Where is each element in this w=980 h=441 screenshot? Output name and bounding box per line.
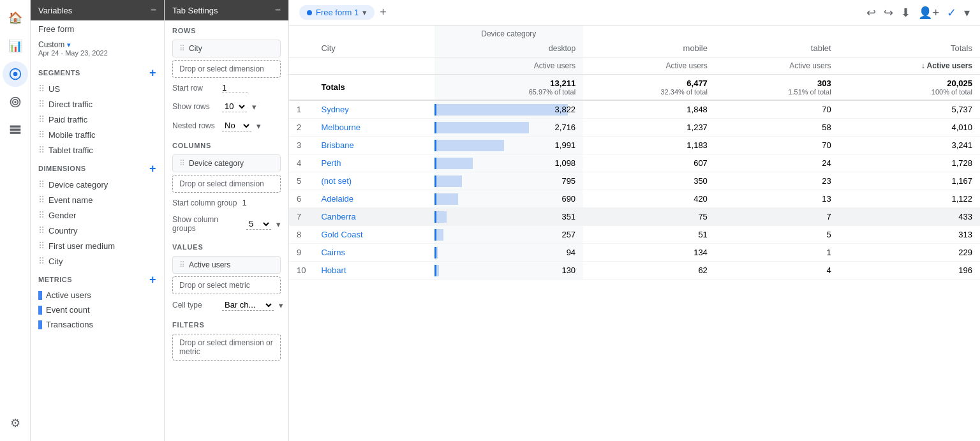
segment-mobile-label: Mobile traffic <box>48 130 95 140</box>
redo-icon[interactable]: ↪ <box>884 6 893 20</box>
drag-handle-icon: ⠿ <box>38 225 45 235</box>
col-tablet-header[interactable]: tablet <box>715 40 839 57</box>
values-active-users-chip[interactable]: ⠿ Active users <box>172 256 281 274</box>
start-column-group-value: 1 <box>242 198 246 207</box>
show-rows-label: Show rows <box>172 102 217 111</box>
total-cell: 1,122 <box>839 190 980 208</box>
table-row: 8 Gold Coast 257 51 5 313 <box>289 226 980 244</box>
show-column-groups-select[interactable]: 5 10 <box>246 218 271 230</box>
total-cell: 313 <box>839 226 980 244</box>
col-totals-header[interactable]: Totals <box>839 40 980 57</box>
add-dimension-btn[interactable]: + <box>149 163 156 174</box>
tab-chevron-icon[interactable]: ▾ <box>362 8 367 17</box>
variables-minimize-btn[interactable]: − <box>151 5 156 15</box>
values-drop-zone[interactable]: Drop or select metric <box>172 276 281 294</box>
cell-type-select[interactable]: Bar ch... Plain text Heat map <box>222 299 274 311</box>
download-icon[interactable]: ⬇ <box>901 6 910 20</box>
city-cell[interactable]: Brisbane <box>313 137 434 154</box>
list-icon[interactable] <box>3 117 28 143</box>
desktop-cell: 3,822 <box>434 100 584 119</box>
columns-device-category-chip[interactable]: ⠿ Device category <box>172 154 281 172</box>
analytics-icon[interactable] <box>3 61 28 87</box>
nested-rows-select[interactable]: No Yes <box>222 120 251 131</box>
desktop-cell: 351 <box>434 208 584 226</box>
show-rows-select[interactable]: 10 25 50 <box>222 101 247 112</box>
city-cell[interactable]: Sydney <box>313 100 434 119</box>
segment-direct-traffic: ⠿ Direct traffic <box>31 96 164 112</box>
row-num-cell: 5 <box>289 172 313 190</box>
add-tab-btn[interactable]: + <box>380 6 387 19</box>
dimension-gender: ⠿ Gender <box>31 207 164 223</box>
columns-chip-label: Device category <box>189 159 244 168</box>
segment-us: ⠿ US <box>31 81 164 96</box>
desktop-cell: 1,991 <box>434 137 584 154</box>
tab-settings-header: Tab Settings − <box>165 0 288 20</box>
share-icon[interactable]: 👤+ <box>918 6 939 20</box>
drag-handle-icon: ⠿ <box>38 145 45 155</box>
row-num-cell: 6 <box>289 190 313 208</box>
tab-settings-title: Tab Settings <box>172 6 218 15</box>
tab-settings-minimize-btn[interactable]: − <box>275 5 281 15</box>
add-segment-btn[interactable]: + <box>149 67 156 78</box>
col-header-totals-top <box>839 26 980 40</box>
dimension-event-label: Event name <box>48 195 93 205</box>
table-row: 9 Cairns 94 134 1 229 <box>289 244 980 262</box>
check-icon[interactable]: ✓ <box>947 6 956 20</box>
dimension-country-label: Country <box>48 226 78 235</box>
row-num-cell: 8 <box>289 226 313 244</box>
total-cell: 196 <box>839 262 980 280</box>
chart-icon[interactable]: 📊 <box>3 33 28 59</box>
segment-mobile-traffic: ⠿ Mobile traffic <box>31 127 164 142</box>
col-totals-metric[interactable]: ↓ Active users <box>839 57 980 75</box>
rows-drop-zone[interactable]: Drop or select dimension <box>172 60 281 78</box>
city-cell[interactable]: Hobart <box>313 262 434 280</box>
columns-drop-zone[interactable]: Drop or select dimension <box>172 175 281 193</box>
variables-panel: Variables − Free form Custom ▾ Apr 24 - … <box>31 0 165 441</box>
tablet-cell: 4 <box>715 262 839 280</box>
add-metric-btn[interactable]: + <box>149 274 156 285</box>
segment-tablet-traffic: ⠿ Tablet traffic <box>31 142 164 158</box>
city-cell[interactable]: Canberra <box>313 208 434 226</box>
more-icon[interactable]: ▾ <box>964 6 970 20</box>
city-cell[interactable]: Cairns <box>313 244 434 262</box>
drag-handle-icon: ⠿ <box>179 44 185 53</box>
dimension-city: ⠿ City <box>31 253 164 269</box>
desktop-cell: 2,716 <box>434 119 584 137</box>
rows-city-chip[interactable]: ⠿ City <box>172 40 281 57</box>
tablet-cell: 13 <box>715 190 839 208</box>
col-num-header <box>289 40 313 57</box>
total-cell: 5,737 <box>839 100 980 119</box>
show-column-groups-row: Show column groups 5 10 ▾ <box>165 211 288 237</box>
mobile-cell: 350 <box>583 172 715 190</box>
svg-rect-5 <box>10 126 20 127</box>
date-custom-label: Custom <box>38 40 64 49</box>
city-cell[interactable]: Adelaide <box>313 190 434 208</box>
city-cell[interactable]: (not set) <box>313 172 434 190</box>
tablet-cell: 24 <box>715 154 839 172</box>
city-cell[interactable]: Melbourne <box>313 119 434 137</box>
col-sub-city <box>313 57 434 75</box>
col-city-header: City <box>313 40 434 57</box>
date-dropdown-btn[interactable]: ▾ <box>67 41 71 49</box>
totals-num-cell <box>289 75 313 101</box>
free-form-tab[interactable]: Free form 1 ▾ <box>299 5 375 20</box>
undo-icon[interactable]: ↩ <box>866 6 876 20</box>
city-cell[interactable]: Gold Coast <box>313 226 434 244</box>
desktop-cell: 795 <box>434 172 584 190</box>
start-row-input[interactable] <box>222 83 248 93</box>
total-cell: 229 <box>839 244 980 262</box>
target-icon[interactable] <box>3 89 28 115</box>
tab-dot-icon <box>307 10 312 15</box>
metric-bar-icon <box>38 291 42 300</box>
show-rows-row: Show rows 10 25 50 ▾ <box>165 97 288 116</box>
city-cell[interactable]: Perth <box>313 154 434 172</box>
table-row: 7 Canberra 351 75 7 433 <box>289 208 980 226</box>
drag-handle-icon: ⠿ <box>38 195 45 205</box>
settings-icon[interactable]: ⚙ <box>3 410 28 436</box>
desktop-cell: 1,098 <box>434 154 584 172</box>
filters-drop-zone[interactable]: Drop or select dimension or metric <box>172 334 281 361</box>
col-desktop-header[interactable]: desktop <box>434 40 584 57</box>
start-column-group-label: Start column group <box>172 198 237 207</box>
home-icon[interactable]: 🏠 <box>3 5 28 31</box>
col-mobile-header[interactable]: mobile <box>583 40 715 57</box>
